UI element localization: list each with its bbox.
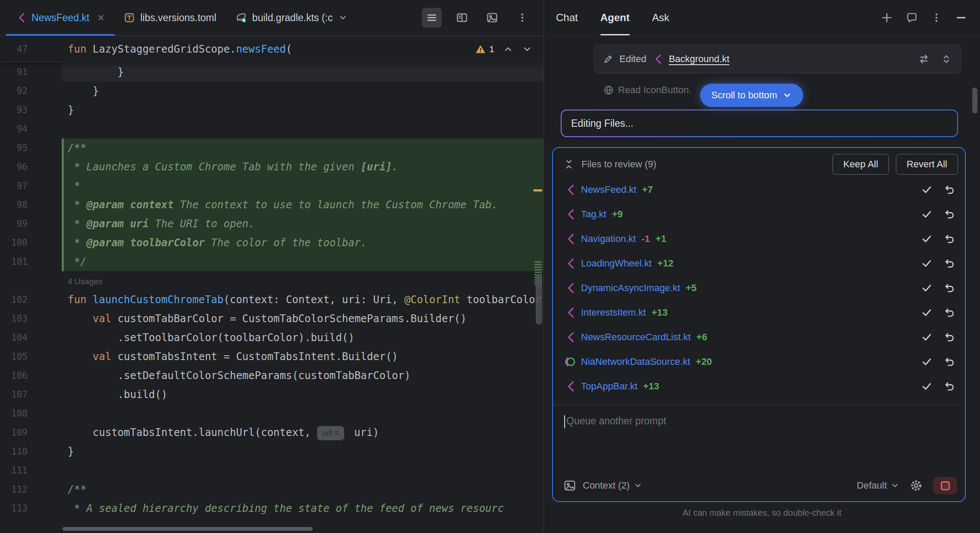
expand-icon[interactable] <box>941 53 952 65</box>
code-line[interactable]: 103 val customTabBarColor = CustomTabCol… <box>0 309 543 328</box>
file-review-row[interactable]: Tag.kt+9 <box>553 202 965 226</box>
revert-file-button[interactable] <box>944 331 955 343</box>
keep-file-button[interactable] <box>921 257 933 269</box>
code-line[interactable]: 94 <box>0 119 543 138</box>
hide-panel-icon[interactable] <box>955 12 967 24</box>
revert-file-button[interactable] <box>944 208 955 220</box>
file-link[interactable]: NiaNetworkDataSource.kt <box>581 356 690 367</box>
split-editor-icon[interactable] <box>452 8 472 28</box>
code-line[interactable]: 109 customTabsIntent.launchUrl(context, … <box>0 423 543 442</box>
horizontal-scrollbar[interactable] <box>63 527 313 531</box>
collapse-icon[interactable] <box>563 159 575 170</box>
tab-newsfeed-kt[interactable]: NewsFeed.kt <box>6 0 115 35</box>
file-review-row[interactable]: NiaNetworkDataSource.kt+20 <box>553 349 965 374</box>
warning-badge[interactable]: 1 <box>475 44 494 54</box>
vertical-scrollbar[interactable] <box>536 274 542 325</box>
file-review-row[interactable]: LoadingWheel.kt+12 <box>553 251 965 276</box>
image-icon[interactable] <box>482 8 502 28</box>
file-review-row[interactable]: NewsFeed.kt+7 <box>553 177 965 202</box>
file-review-row[interactable]: Navigation.kt-1+1 <box>553 226 965 251</box>
code-line[interactable]: 112/** <box>0 480 543 499</box>
chevron-down-icon[interactable] <box>338 13 348 22</box>
code-line[interactable]: 106 .setDefaultColorSchemeParams(customT… <box>0 366 543 385</box>
file-link[interactable]: NewsFeed.kt <box>581 184 636 195</box>
revert-all-button[interactable]: Revert All <box>896 154 958 175</box>
code-line[interactable]: 110} <box>0 442 543 461</box>
code-line[interactable]: 97 * <box>0 176 543 195</box>
show-diff-icon[interactable] <box>918 53 930 65</box>
revert-file-button[interactable] <box>944 356 955 367</box>
code-line[interactable]: 93} <box>0 100 543 119</box>
code-line[interactable]: 98 * @param context The context to use t… <box>0 195 543 214</box>
code-line[interactable]: 99 * @param uri The URI to open. <box>0 214 543 233</box>
code-line[interactable]: 108 <box>0 404 543 423</box>
file-link[interactable]: Navigation.kt <box>581 233 636 245</box>
tab-libs-versions-toml[interactable]: libs.versions.toml <box>115 0 226 35</box>
file-review-row[interactable]: TopAppBar.kt+13 <box>553 374 965 398</box>
close-icon[interactable] <box>97 13 105 22</box>
code-line[interactable]: 107 .build() <box>0 385 543 404</box>
edited-file-link[interactable]: Background.kt <box>669 53 729 65</box>
keep-file-button[interactable] <box>921 307 933 318</box>
revert-file-button[interactable] <box>944 307 955 318</box>
chat-history-icon[interactable] <box>906 12 918 24</box>
settings-gear-icon[interactable] <box>910 479 923 492</box>
usages-inlay-hint[interactable]: 4 Usages <box>68 277 102 286</box>
keep-file-button[interactable] <box>921 356 933 367</box>
prompt-input[interactable]: Queue another prompt <box>553 404 965 477</box>
code-line[interactable]: 105 val customTabsIntent = CustomTabsInt… <box>0 347 543 366</box>
code-line[interactable]: 91 } <box>0 63 543 82</box>
file-review-row[interactable]: DynamicAsyncImage.kt+5 <box>553 276 965 300</box>
file-link[interactable]: Tag.kt <box>581 209 606 220</box>
more-vertical-icon[interactable] <box>512 8 532 28</box>
keep-file-button[interactable] <box>921 380 933 392</box>
kotlin-file-icon <box>564 381 575 392</box>
file-review-row[interactable]: NewsResourceCardList.kt+6 <box>553 325 965 349</box>
list-view-icon[interactable] <box>422 8 442 28</box>
keep-file-button[interactable] <box>921 233 933 245</box>
keep-file-button[interactable] <box>921 208 933 220</box>
more-vertical-icon[interactable] <box>931 12 942 23</box>
code-line[interactable]: 100 * @param toolbarColor The color of t… <box>0 233 543 252</box>
prev-problem-icon[interactable] <box>503 44 513 54</box>
edited-file-card[interactable]: Edited Background.kt <box>594 45 961 73</box>
revert-file-button[interactable] <box>944 380 955 392</box>
code-line[interactable]: 4 Usages <box>0 271 543 290</box>
file-link[interactable]: TopAppBar.kt <box>581 381 638 392</box>
file-link[interactable]: LoadingWheel.kt <box>581 258 652 269</box>
keep-file-button[interactable] <box>921 184 933 195</box>
scroll-to-bottom-button[interactable]: Scroll to bottom <box>700 84 803 107</box>
next-problem-icon[interactable] <box>522 44 532 54</box>
code-line[interactable]: 92 } <box>0 82 543 100</box>
revert-file-button[interactable] <box>944 257 955 269</box>
code-line[interactable]: 96 * Launches a Custom Chrome Tab with t… <box>0 157 543 176</box>
revert-file-button[interactable] <box>944 282 955 294</box>
file-link[interactable]: InterestsItem.kt <box>581 307 646 318</box>
file-link[interactable]: NewsResourceCardList.kt <box>581 332 691 343</box>
new-chat-icon[interactable] <box>881 12 893 24</box>
file-link[interactable]: DynamicAsyncImage.kt <box>581 282 680 294</box>
tab-chat[interactable]: Chat <box>556 0 578 35</box>
code-line[interactable]: 95/** <box>0 138 543 157</box>
model-selector[interactable]: Default <box>857 480 899 491</box>
chat-scrollbar[interactable] <box>972 88 977 113</box>
tab-ask[interactable]: Ask <box>652 0 669 35</box>
sticky-context-line[interactable]: 47 fun LazyStaggeredGridScope.newsFeed( … <box>0 36 543 63</box>
code-line[interactable]: 104 .setToolbarColor(toolbarColor).build… <box>0 328 543 347</box>
revert-file-button[interactable] <box>944 184 955 195</box>
context-selector[interactable]: Context (2) <box>583 480 642 491</box>
attach-image-icon[interactable] <box>563 479 576 492</box>
file-review-row[interactable]: InterestsItem.kt+13 <box>553 300 965 325</box>
code-line[interactable]: 102fun launchCustomChromeTab(context: Co… <box>0 290 543 309</box>
code-line[interactable]: 111 <box>0 461 543 480</box>
keep-file-button[interactable] <box>921 331 933 343</box>
keep-all-button[interactable]: Keep All <box>832 154 889 175</box>
code-editor[interactable]: 47 fun LazyStaggeredGridScope.newsFeed( … <box>0 36 543 533</box>
keep-file-button[interactable] <box>921 282 933 294</box>
stop-button[interactable] <box>933 477 957 494</box>
code-line[interactable]: 113 * A sealed hierarchy describing the … <box>0 499 543 518</box>
tab-build-gradle-kts[interactable]: build.gradle.kts (:c <box>226 0 358 35</box>
code-line[interactable]: 101 */ <box>0 252 543 271</box>
tab-agent[interactable]: Agent <box>600 0 630 35</box>
revert-file-button[interactable] <box>944 233 955 245</box>
